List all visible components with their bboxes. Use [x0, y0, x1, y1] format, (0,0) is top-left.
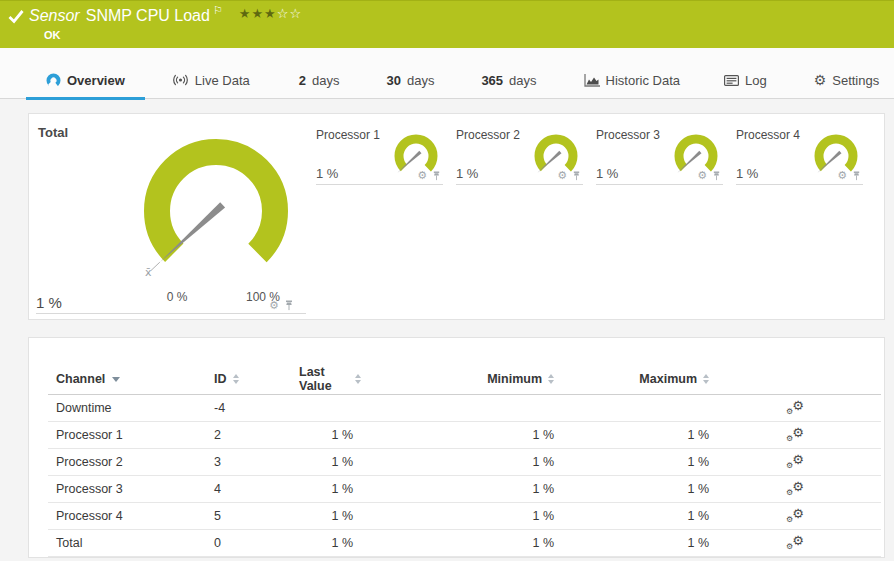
- channel-id: 4: [214, 482, 284, 496]
- channel-settings-icon[interactable]: ⚙⚙: [786, 535, 804, 551]
- mini-gauge-value: 1 %: [316, 166, 338, 181]
- mini-pin-icon[interactable]: [572, 171, 581, 181]
- channel-last-value: 1 %: [284, 455, 361, 469]
- sort-icon: [703, 374, 709, 384]
- table-row: Total 0 1 % 1 % 1 % ⚙⚙: [48, 530, 881, 557]
- mini-separator: [596, 184, 723, 185]
- total-gear-icon[interactable]: ⚙: [269, 300, 279, 311]
- sensor-header: Sensor SNMP CPU Load ⚐ ★★★☆☆ OK: [0, 0, 894, 48]
- total-separator: [36, 313, 306, 314]
- column-header-last-value[interactable]: Last Value: [284, 365, 361, 393]
- column-header-last-value-label: Last Value: [299, 365, 349, 393]
- tab-365-days-number: 365: [481, 73, 503, 88]
- log-icon: [724, 75, 739, 86]
- sort-icon: [548, 374, 554, 384]
- column-header-channel-label: Channel: [56, 372, 105, 386]
- mini-gear-icon[interactable]: ⚙: [557, 170, 567, 181]
- channel-settings-icon[interactable]: ⚙⚙: [786, 427, 804, 443]
- channel-name: Processor 3: [48, 482, 214, 496]
- mini-gauge-processor-4: Processor 4 1 % ⚙: [736, 126, 863, 186]
- channel-maximum: 1 %: [561, 536, 716, 550]
- channel-maximum: 1 %: [561, 455, 716, 469]
- sensor-status-text: OK: [44, 29, 61, 41]
- gauge-icon: [46, 73, 61, 88]
- channel-settings-icon[interactable]: ⚙⚙: [786, 400, 804, 416]
- mini-pin-icon[interactable]: [432, 171, 441, 181]
- mini-pin-icon[interactable]: [712, 171, 721, 181]
- sensor-title: SNMP CPU Load: [86, 7, 210, 25]
- tab-historic-data[interactable]: Historic Data: [564, 62, 700, 99]
- channel-id: 3: [214, 455, 284, 469]
- total-gauge-label: Total: [38, 125, 68, 140]
- column-header-id[interactable]: ID: [214, 372, 284, 386]
- sort-icon: [233, 374, 239, 384]
- column-header-channel[interactable]: Channel: [48, 372, 214, 386]
- tab-365-days[interactable]: 365 days: [461, 62, 556, 99]
- mini-separator: [456, 184, 583, 185]
- stars-empty: ☆☆: [277, 6, 302, 21]
- mini-gauge-value: 1 %: [736, 166, 758, 181]
- tab-30-days[interactable]: 30 days: [366, 62, 454, 99]
- total-gauge: [131, 139, 301, 294]
- mini-gear-icon[interactable]: ⚙: [417, 170, 427, 181]
- channel-settings-icon[interactable]: ⚙⚙: [786, 454, 804, 470]
- total-pin-icon[interactable]: [284, 300, 294, 311]
- sensor-title-row: Sensor SNMP CPU Load ⚐ ★★★☆☆: [8, 7, 302, 25]
- column-header-maximum-label: Maximum: [639, 372, 697, 386]
- mini-pin-icon[interactable]: [852, 171, 861, 181]
- table-row: Processor 4 5 1 % 1 % 1 % ⚙⚙: [48, 503, 881, 530]
- tab-log[interactable]: Log: [704, 62, 787, 99]
- channel-maximum: 1 %: [561, 428, 716, 442]
- tab-historic-data-label: Historic Data: [606, 73, 680, 88]
- tab-settings-label: Settings: [832, 73, 879, 88]
- channel-minimum: 1 %: [361, 509, 561, 523]
- sensor-type-label: Sensor: [29, 7, 80, 25]
- mini-gauge-processor-1: Processor 1 1 % ⚙: [316, 126, 443, 186]
- tab-live-data-label: Live Data: [195, 73, 250, 88]
- table-row: Downtime -4 ⚙⚙: [48, 395, 881, 422]
- tab-log-label: Log: [745, 73, 767, 88]
- mini-separator: [736, 184, 863, 185]
- channel-last-value: 1 %: [284, 536, 361, 550]
- channel-minimum: 1 %: [361, 428, 561, 442]
- channel-minimum: 1 %: [361, 536, 561, 550]
- channel-last-value: 1 %: [284, 509, 361, 523]
- mini-gauge-label: Processor 4: [736, 128, 800, 142]
- tab-2-days[interactable]: 2 days: [279, 62, 360, 99]
- mini-gauge-value: 1 %: [596, 166, 618, 181]
- mini-gear-icon[interactable]: ⚙: [837, 170, 847, 181]
- tab-live-data[interactable]: Live Data: [152, 62, 270, 99]
- priority-stars[interactable]: ★★★☆☆: [239, 6, 302, 21]
- stars-filled: ★★★: [239, 6, 277, 21]
- mini-gauge-label: Processor 2: [456, 128, 520, 142]
- channel-id: 5: [214, 509, 284, 523]
- channel-minimum: 1 %: [361, 482, 561, 496]
- channel-id: -4: [214, 401, 284, 415]
- column-header-minimum-label: Minimum: [487, 372, 542, 386]
- channel-name: Processor 2: [48, 455, 214, 469]
- table-row: Processor 1 2 1 % 1 % 1 % ⚙⚙: [48, 422, 881, 449]
- channel-name: Processor 1: [48, 428, 214, 442]
- channel-table-panel: Channel ID Last Value Minimum Maximum: [28, 337, 885, 558]
- mini-separator: [316, 184, 443, 185]
- channel-id: 2: [214, 428, 284, 442]
- gauge-panel: Total x̄ 0 % 100 % 1 % ⚙ Processor 1 1 %…: [28, 113, 885, 320]
- tab-settings[interactable]: ⚙ Settings: [794, 62, 894, 99]
- tab-365-days-label: days: [509, 73, 536, 88]
- mini-gear-icon[interactable]: ⚙: [697, 170, 707, 181]
- channel-name: Processor 4: [48, 509, 214, 523]
- flag-icon[interactable]: ⚐: [213, 4, 223, 17]
- mini-gauge-label: Processor 3: [596, 128, 660, 142]
- channel-last-value: 1 %: [284, 482, 361, 496]
- tab-2-days-label: days: [312, 73, 339, 88]
- tab-bar: Overview Live Data 2 days 30 days 365 da…: [0, 48, 894, 99]
- column-header-minimum[interactable]: Minimum: [361, 372, 561, 386]
- live-data-icon: [172, 74, 189, 86]
- column-header-maximum[interactable]: Maximum: [561, 372, 716, 386]
- chart-icon: [584, 74, 600, 87]
- tab-overview[interactable]: Overview: [26, 62, 145, 99]
- tab-2-days-number: 2: [299, 73, 306, 88]
- table-row: Processor 2 3 1 % 1 % 1 % ⚙⚙: [48, 449, 881, 476]
- channel-settings-icon[interactable]: ⚙⚙: [786, 481, 804, 497]
- channel-settings-icon[interactable]: ⚙⚙: [786, 508, 804, 524]
